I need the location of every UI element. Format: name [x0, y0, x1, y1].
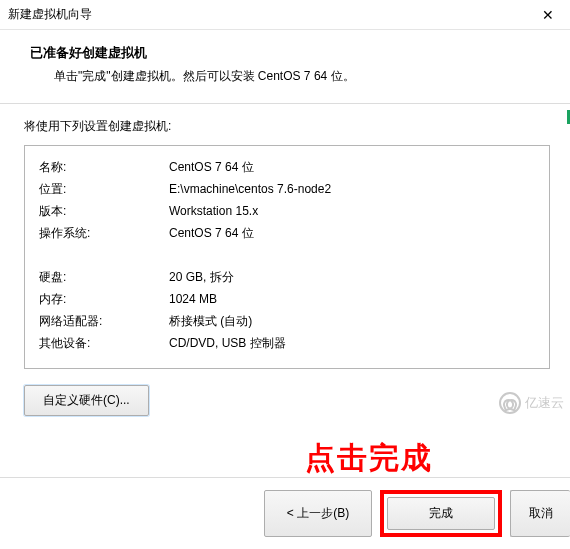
table-row: 名称: CentOS 7 64 位: [39, 156, 535, 178]
watermark-logo-icon: [499, 392, 521, 414]
prop-net-label: 网络适配器:: [39, 310, 169, 332]
header-title: 已准备好创建虚拟机: [30, 44, 552, 62]
table-row: 版本: Workstation 15.x: [39, 200, 535, 222]
table-row: 网络适配器: 桥接模式 (自动): [39, 310, 535, 332]
prop-version-label: 版本:: [39, 200, 169, 222]
prop-disk-label: 硬盘:: [39, 266, 169, 288]
prop-location-value: E:\vmachine\centos 7.6-node2: [169, 178, 535, 200]
watermark: 亿速云: [499, 392, 564, 414]
prop-net-value: 桥接模式 (自动): [169, 310, 535, 332]
prop-memory-value: 1024 MB: [169, 288, 535, 310]
prop-name-value: CentOS 7 64 位: [169, 156, 535, 178]
table-row: 其他设备: CD/DVD, USB 控制器: [39, 332, 535, 354]
close-icon[interactable]: ✕: [536, 7, 560, 23]
body-lead-text: 将使用下列设置创建虚拟机:: [24, 118, 550, 135]
annotation-callout: 点击完成: [305, 438, 433, 479]
prop-os-value: CentOS 7 64 位: [169, 222, 535, 244]
header-subtitle: 单击"完成"创建虚拟机。然后可以安装 CentOS 7 64 位。: [54, 68, 552, 85]
prop-memory-label: 内存:: [39, 288, 169, 310]
finish-button[interactable]: 完成: [387, 497, 495, 530]
prop-version-value: Workstation 15.x: [169, 200, 535, 222]
cancel-button[interactable]: 取消: [510, 490, 570, 537]
settings-summary-box: 名称: CentOS 7 64 位 位置: E:\vmachine\centos…: [24, 145, 550, 369]
row-spacer: [39, 244, 535, 266]
window-title: 新建虚拟机向导: [8, 6, 92, 23]
wizard-body: 将使用下列设置创建虚拟机: 名称: CentOS 7 64 位 位置: E:\v…: [0, 104, 570, 416]
prop-name-label: 名称:: [39, 156, 169, 178]
annotation-highlight-box: 完成: [380, 490, 502, 537]
prop-other-value: CD/DVD, USB 控制器: [169, 332, 535, 354]
customize-hardware-button[interactable]: 自定义硬件(C)...: [24, 385, 149, 416]
watermark-text: 亿速云: [525, 394, 564, 412]
wizard-header: 已准备好创建虚拟机 单击"完成"创建虚拟机。然后可以安装 CentOS 7 64…: [0, 30, 570, 104]
titlebar: 新建虚拟机向导 ✕: [0, 0, 570, 30]
back-button[interactable]: < 上一步(B): [264, 490, 372, 537]
table-row: 位置: E:\vmachine\centos 7.6-node2: [39, 178, 535, 200]
prop-other-label: 其他设备:: [39, 332, 169, 354]
prop-disk-value: 20 GB, 拆分: [169, 266, 535, 288]
prop-location-label: 位置:: [39, 178, 169, 200]
wizard-footer: < 上一步(B) 完成 取消: [0, 477, 570, 549]
table-row: 操作系统: CentOS 7 64 位: [39, 222, 535, 244]
table-row: 硬盘: 20 GB, 拆分: [39, 266, 535, 288]
table-row: 内存: 1024 MB: [39, 288, 535, 310]
prop-os-label: 操作系统:: [39, 222, 169, 244]
